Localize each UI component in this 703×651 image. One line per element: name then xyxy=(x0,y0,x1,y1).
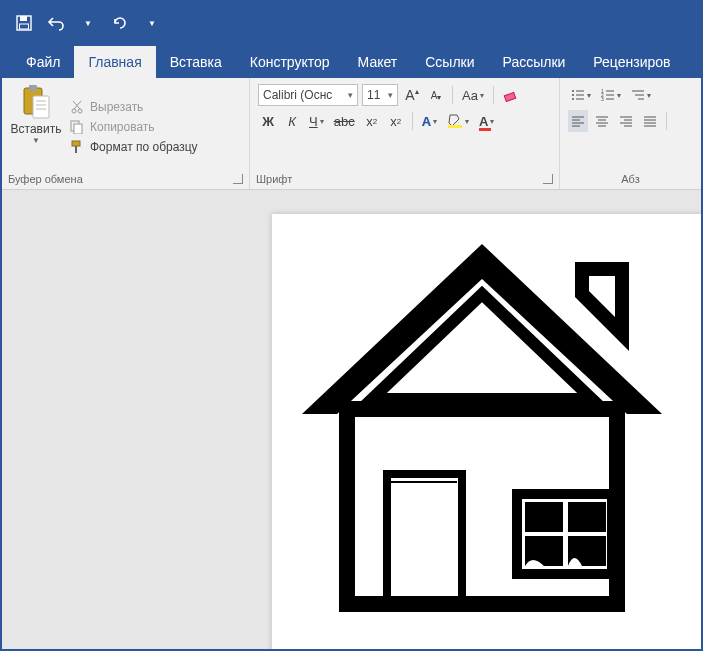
ribbon: Вставить ▼ Вырезать Копировать Формат по… xyxy=(2,78,701,190)
svg-point-9 xyxy=(72,109,76,113)
format-painter-button[interactable]: Формат по образцу xyxy=(66,138,202,156)
svg-point-19 xyxy=(572,90,574,92)
redo-icon xyxy=(112,15,128,31)
grow-font-button[interactable]: A▴ xyxy=(402,84,422,106)
numbering-button[interactable]: 123▾ xyxy=(598,84,624,106)
paste-button[interactable]: Вставить ▼ xyxy=(8,82,64,171)
svg-rect-16 xyxy=(75,146,77,153)
svg-rect-51 xyxy=(387,474,462,602)
svg-rect-5 xyxy=(33,96,49,118)
cut-button[interactable]: Вырезать xyxy=(66,98,202,116)
align-center-button[interactable] xyxy=(592,110,612,132)
undo-button[interactable] xyxy=(42,9,70,37)
svg-rect-1 xyxy=(20,16,27,21)
align-right-icon xyxy=(619,115,633,127)
tab-mailings[interactable]: Рассылки xyxy=(489,46,580,78)
svg-rect-15 xyxy=(72,141,80,146)
clipboard-icon xyxy=(21,84,51,120)
numbering-icon: 123 xyxy=(601,88,615,102)
save-icon xyxy=(16,15,32,31)
tab-home[interactable]: Главная xyxy=(74,46,155,78)
format-painter-label: Формат по образцу xyxy=(90,140,198,154)
quick-access-toolbar: ▼ ▼ xyxy=(2,2,701,44)
svg-rect-14 xyxy=(74,124,82,134)
svg-line-12 xyxy=(73,101,80,109)
font-name-value: Calibri (Оснс xyxy=(263,88,332,102)
font-size-combo[interactable]: 11▾ xyxy=(362,84,398,106)
tab-layout[interactable]: Макет xyxy=(344,46,412,78)
undo-icon xyxy=(47,15,65,31)
bullets-icon xyxy=(571,88,585,102)
clipboard-dialog-launcher[interactable] xyxy=(233,174,243,184)
svg-rect-55 xyxy=(568,502,606,532)
group-font: Calibri (Оснс▾ 11▾ A▴ A▾ Aa▾ Ж К Ч▾ abc xyxy=(250,78,560,189)
document-page[interactable] xyxy=(272,214,701,649)
svg-text:3: 3 xyxy=(601,96,604,102)
copy-icon xyxy=(70,120,84,134)
house-image[interactable] xyxy=(282,224,682,624)
strikethrough-button[interactable]: abc xyxy=(331,110,358,132)
tab-insert[interactable]: Вставка xyxy=(156,46,236,78)
font-name-combo[interactable]: Calibri (Оснс▾ xyxy=(258,84,358,106)
svg-rect-54 xyxy=(525,502,563,532)
shrink-font-button[interactable]: A▾ xyxy=(426,84,446,106)
svg-rect-2 xyxy=(20,24,29,29)
tab-review[interactable]: Рецензиров xyxy=(579,46,684,78)
ribbon-tabs: Файл Главная Вставка Конструктор Макет С… xyxy=(2,44,701,78)
tab-references[interactable]: Ссылки xyxy=(411,46,488,78)
superscript-button[interactable]: x2 xyxy=(386,110,406,132)
eraser-icon xyxy=(503,88,519,102)
group-clipboard: Вставить ▼ Вырезать Копировать Формат по… xyxy=(2,78,250,189)
italic-button[interactable]: К xyxy=(282,110,302,132)
group-paragraph: ▾ 123▾ ▾ xyxy=(560,78,701,189)
paintbrush-icon xyxy=(70,140,84,154)
tab-file[interactable]: Файл xyxy=(12,46,74,78)
cut-label: Вырезать xyxy=(90,100,143,114)
highlight-button[interactable]: ▾ xyxy=(444,110,472,132)
paste-label: Вставить xyxy=(11,122,62,136)
svg-point-21 xyxy=(572,94,574,96)
scissors-icon xyxy=(70,100,84,114)
group-clipboard-label: Буфер обмена xyxy=(8,173,83,185)
align-center-icon xyxy=(595,115,609,127)
copy-label: Копировать xyxy=(90,120,155,134)
document-area[interactable] xyxy=(2,190,701,649)
svg-rect-4 xyxy=(29,85,37,91)
clear-formatting-button[interactable] xyxy=(500,84,522,106)
align-left-icon xyxy=(571,115,585,127)
svg-point-10 xyxy=(78,109,82,113)
multilevel-list-button[interactable]: ▾ xyxy=(628,84,654,106)
bullets-button[interactable]: ▾ xyxy=(568,84,594,106)
svg-rect-17 xyxy=(504,92,515,101)
underline-button[interactable]: Ч▾ xyxy=(306,110,327,132)
font-color-button[interactable]: A▾ xyxy=(476,110,497,132)
highlight-icon xyxy=(447,113,463,129)
svg-point-23 xyxy=(572,98,574,100)
subscript-button[interactable]: x2 xyxy=(362,110,382,132)
qat-customize[interactable]: ▼ xyxy=(138,9,166,37)
group-paragraph-label: Абз xyxy=(621,173,639,185)
multilevel-icon xyxy=(631,88,645,102)
redo-button[interactable] xyxy=(106,9,134,37)
tab-design[interactable]: Конструктор xyxy=(236,46,344,78)
svg-rect-18 xyxy=(448,125,462,128)
font-size-value: 11 xyxy=(367,88,380,102)
align-right-button[interactable] xyxy=(616,110,636,132)
bold-button[interactable]: Ж xyxy=(258,110,278,132)
align-justify-button[interactable] xyxy=(640,110,660,132)
svg-line-11 xyxy=(74,101,81,109)
copy-button[interactable]: Копировать xyxy=(66,118,202,136)
align-justify-icon xyxy=(643,115,657,127)
group-font-label: Шрифт xyxy=(256,173,292,185)
font-dialog-launcher[interactable] xyxy=(543,174,553,184)
undo-dropdown[interactable]: ▼ xyxy=(74,9,102,37)
save-button[interactable] xyxy=(10,9,38,37)
text-effects-button[interactable]: A▾ xyxy=(419,110,440,132)
align-left-button[interactable] xyxy=(568,110,588,132)
change-case-button[interactable]: Aa▾ xyxy=(459,84,487,106)
